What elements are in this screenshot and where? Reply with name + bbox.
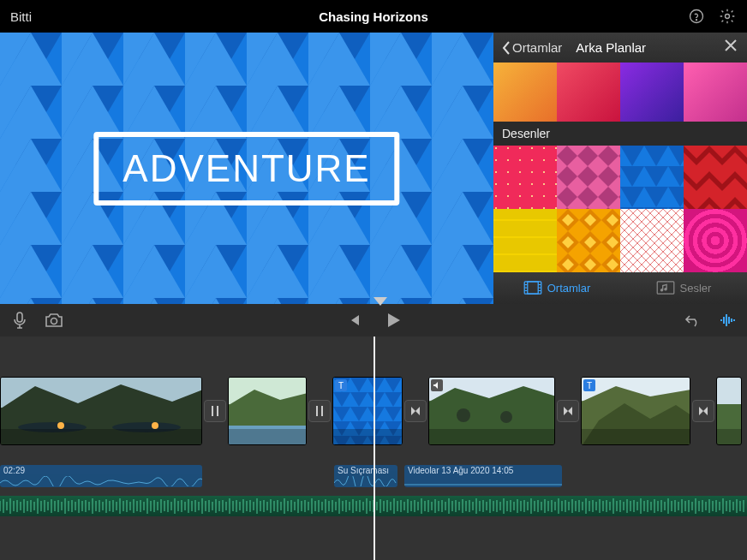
playback-toolbar bbox=[0, 304, 747, 337]
help-icon[interactable] bbox=[687, 7, 706, 26]
transition-2[interactable] bbox=[308, 400, 331, 422]
panel-title: Arka Planlar bbox=[576, 40, 646, 55]
gradient-swatch-orange[interactable] bbox=[493, 63, 557, 122]
transition-3[interactable] bbox=[404, 400, 427, 422]
svg-rect-33 bbox=[212, 406, 213, 416]
voiceover-icon[interactable] bbox=[10, 311, 29, 330]
pattern-swatch-red-dots[interactable] bbox=[493, 146, 557, 209]
svg-rect-38 bbox=[316, 406, 318, 416]
music-note-icon bbox=[656, 281, 675, 295]
clip-video-5[interactable]: T bbox=[581, 377, 690, 445]
clip-video-6[interactable] bbox=[716, 377, 742, 445]
back-button[interactable]: Ortamlar bbox=[502, 40, 562, 55]
skip-back-icon[interactable] bbox=[344, 311, 363, 330]
pattern-swatch-red-chevron[interactable] bbox=[684, 146, 747, 209]
camera-icon[interactable] bbox=[45, 311, 63, 330]
svg-rect-15 bbox=[620, 146, 684, 209]
back-label: Ortamlar bbox=[512, 40, 562, 55]
pattern-swatch-blue-triangle[interactable] bbox=[620, 146, 684, 209]
audio-clip-label: Videolar 13 Ağu 2020 14:05 bbox=[408, 466, 513, 475]
undo-icon[interactable] bbox=[684, 311, 702, 330]
svg-rect-24 bbox=[657, 282, 674, 294]
tab-audio-label: Sesler bbox=[680, 282, 712, 295]
audio-clip-2[interactable]: Su Sıçraması bbox=[334, 465, 397, 487]
gradient-swatch-pink[interactable] bbox=[684, 63, 747, 122]
svg-rect-12 bbox=[557, 146, 620, 209]
transition-5[interactable] bbox=[692, 400, 714, 422]
pattern-swatch-orange-diamond[interactable] bbox=[557, 209, 620, 272]
svg-point-1 bbox=[696, 20, 697, 21]
backgrounds-panel: Ortamlar Arka Planlar Desenler bbox=[493, 33, 747, 304]
clip-video-4[interactable] bbox=[428, 377, 555, 445]
pattern-swatch-pink-diamond[interactable] bbox=[557, 146, 620, 209]
pattern-swatch-magenta-rings[interactable] bbox=[684, 209, 747, 272]
svg-point-46 bbox=[500, 411, 512, 423]
playhead[interactable] bbox=[374, 337, 375, 560]
audio-clip-label: 02:29 bbox=[3, 466, 25, 475]
patterns-section-label: Desenler bbox=[493, 122, 747, 146]
svg-rect-23 bbox=[527, 282, 537, 294]
tab-media[interactable]: Ortamlar bbox=[493, 272, 620, 304]
svg-point-2 bbox=[726, 15, 730, 19]
chevron-left-icon bbox=[502, 41, 511, 55]
audio-waveform-icon[interactable] bbox=[718, 311, 737, 330]
title-badge-icon: T bbox=[583, 379, 595, 391]
svg-point-32 bbox=[152, 422, 158, 429]
svg-rect-20 bbox=[557, 209, 620, 272]
svg-rect-9 bbox=[493, 146, 557, 209]
title-overlay: ADVENTURE bbox=[93, 132, 399, 206]
audio-clip-label: Su Sıçraması bbox=[338, 466, 389, 475]
playhead-marker-icon bbox=[374, 297, 387, 306]
svg-rect-21 bbox=[620, 209, 684, 272]
svg-rect-34 bbox=[217, 406, 218, 416]
clip-video-2[interactable] bbox=[228, 377, 307, 445]
svg-point-26 bbox=[51, 319, 57, 325]
pattern-swatch-white-scribble[interactable] bbox=[620, 209, 684, 272]
transition-1[interactable] bbox=[204, 400, 226, 422]
gradient-swatch-red[interactable] bbox=[557, 63, 620, 122]
gradient-swatch-purple[interactable] bbox=[620, 63, 684, 122]
audio-clip-3[interactable]: Videolar 13 Ağu 2020 14:05 bbox=[404, 465, 562, 487]
tab-media-label: Ortamlar bbox=[547, 282, 591, 295]
title-badge-icon: T bbox=[335, 379, 347, 391]
svg-rect-16 bbox=[684, 146, 747, 209]
play-icon[interactable] bbox=[384, 311, 403, 330]
settings-icon[interactable] bbox=[718, 7, 737, 26]
filmstrip-icon bbox=[523, 281, 542, 295]
clip-video-1[interactable] bbox=[0, 377, 202, 445]
svg-rect-39 bbox=[321, 406, 323, 416]
transition-4[interactable] bbox=[557, 400, 579, 422]
pattern-swatch-yellow-grid[interactable] bbox=[493, 209, 557, 272]
clip-background-title[interactable]: T bbox=[332, 377, 403, 445]
svg-point-45 bbox=[457, 408, 470, 422]
tab-audio[interactable]: Sesler bbox=[620, 272, 747, 304]
timeline[interactable]: T T 0 bbox=[0, 337, 747, 560]
title-text: ADVENTURE bbox=[123, 147, 370, 189]
done-button[interactable]: Bitti bbox=[10, 9, 79, 24]
project-title: Chasing Horizons bbox=[79, 9, 668, 24]
close-icon[interactable] bbox=[723, 38, 738, 57]
audio-clip-1[interactable]: 02:29 bbox=[0, 465, 202, 487]
preview-viewer[interactable]: ADVENTURE bbox=[0, 33, 493, 304]
audio-badge-icon bbox=[431, 379, 443, 391]
svg-rect-25 bbox=[17, 313, 22, 322]
svg-point-31 bbox=[57, 422, 64, 429]
